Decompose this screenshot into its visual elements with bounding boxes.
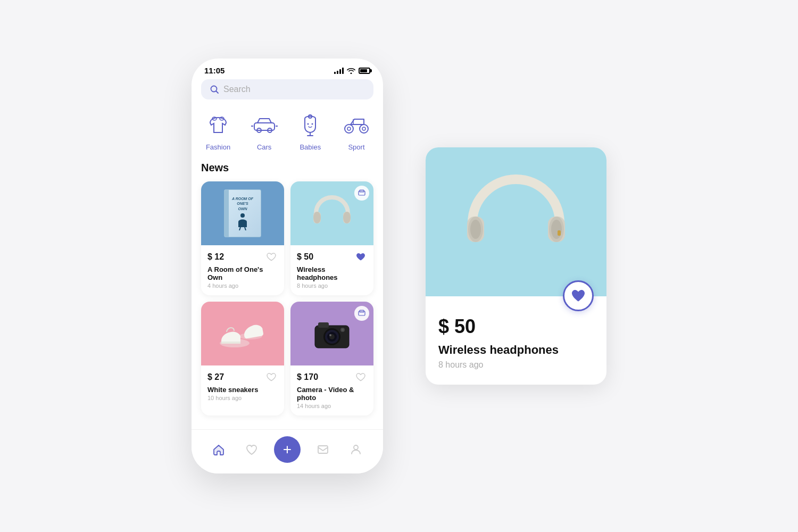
category-babies[interactable]: Babies: [295, 110, 325, 151]
heart-sneakers[interactable]: [265, 371, 278, 384]
categories: Fashion Cars: [201, 110, 373, 151]
svg-point-34: [329, 334, 331, 336]
name-book: A Room of One's Own: [207, 265, 278, 281]
bottom-nav: +: [192, 429, 383, 473]
status-time: 11:05: [204, 66, 225, 75]
signal-icon: [334, 68, 344, 74]
category-fashion[interactable]: Fashion: [203, 110, 233, 151]
product-info-sneakers: $ 27 White sneakers 10 hours ago: [201, 365, 284, 408]
add-icon: +: [283, 442, 292, 457]
heart-camera[interactable]: [354, 371, 367, 384]
sneakers-svg: [216, 314, 269, 354]
detail-price: $ 50: [438, 315, 594, 338]
price-row-headphones: $ 50: [297, 251, 367, 263]
fashion-icon: [203, 110, 233, 140]
cars-icon: [250, 110, 279, 140]
price-row-sneakers: $ 27: [207, 371, 278, 384]
detail-card: $ 50 Wireless headphones 8 hours ago: [426, 147, 606, 385]
detail-heart-button[interactable]: [563, 280, 594, 311]
svg-rect-29: [318, 322, 329, 328]
svg-point-43: [470, 220, 481, 239]
time-book: 4 hours ago: [207, 282, 278, 289]
product-card-sneakers[interactable]: $ 27 White sneakers 10 hours ago: [201, 302, 284, 415]
time-camera: 14 hours ago: [297, 403, 367, 409]
category-cars-label: Cars: [257, 143, 271, 151]
heart-headphones[interactable]: [354, 251, 367, 263]
price-row-camera: $ 170: [297, 371, 367, 384]
news-grid: A ROOM OFONE'SOWN $ 12: [201, 181, 373, 415]
name-sneakers: White sneakers: [207, 386, 278, 394]
product-image-camera: [290, 302, 373, 365]
product-card-headphones[interactable]: $ 50 Wireless headphones 8 hours ago: [290, 181, 373, 295]
category-cars[interactable]: Cars: [250, 110, 279, 151]
camera-badge: [354, 306, 369, 321]
price-row-book: $ 12: [207, 251, 278, 263]
price-book: $ 12: [207, 252, 224, 262]
svg-point-46: [551, 220, 562, 239]
svg-point-22: [343, 212, 351, 223]
status-icons: [334, 68, 370, 74]
price-sneakers: $ 27: [207, 372, 224, 382]
svg-point-15: [362, 127, 365, 130]
book-figure: [235, 211, 250, 230]
phone-frame: 11:05: [192, 59, 383, 473]
battery-icon: [359, 68, 370, 74]
book-cover: A ROOM OFONE'SOWN: [224, 189, 261, 237]
product-card-camera[interactable]: $ 170 Camera - Video & photo 14 hours ag…: [290, 302, 373, 415]
name-headphones: Wireless headphones: [297, 265, 367, 281]
category-babies-label: Babies: [300, 143, 321, 151]
section-title: News: [201, 162, 373, 174]
nav-favorites[interactable]: [241, 439, 262, 460]
nav-messages[interactable]: [312, 439, 334, 460]
status-bar: 11:05: [192, 59, 383, 79]
product-info-book: $ 12 A Room of One's Own 4 hours ago: [201, 245, 284, 295]
product-info-headphones: $ 50 Wireless headphones 8 hours ago: [290, 245, 373, 295]
svg-point-12: [345, 124, 353, 133]
nav-add[interactable]: +: [274, 436, 301, 463]
scene: 11:05: [192, 59, 606, 473]
svg-point-14: [347, 127, 351, 130]
svg-point-0: [211, 86, 217, 92]
search-bar[interactable]: Search: [201, 79, 373, 99]
svg-point-10: [307, 123, 309, 125]
search-placeholder: Search: [223, 85, 251, 94]
category-sport[interactable]: Sport: [342, 110, 371, 151]
category-fashion-label: Fashion: [206, 143, 230, 151]
sport-icon: [342, 110, 371, 140]
babies-icon: [295, 110, 325, 140]
price-camera: $ 170: [297, 372, 318, 382]
product-image-book: A ROOM OFONE'SOWN: [201, 181, 284, 245]
svg-point-21: [313, 212, 321, 223]
svg-point-11: [312, 123, 313, 125]
book-title: A ROOM OFONE'SOWN: [227, 196, 259, 211]
camera-svg: [311, 315, 353, 352]
category-sport-label: Sport: [348, 143, 364, 151]
time-sneakers: 10 hours ago: [207, 395, 278, 401]
price-headphones: $ 50: [297, 252, 313, 262]
nav-home[interactable]: [208, 439, 229, 460]
name-camera: Camera - Video & photo: [297, 386, 367, 402]
product-card-book[interactable]: A ROOM OFONE'SOWN $ 12: [201, 181, 284, 295]
product-image-sneakers: [201, 302, 284, 365]
detail-name: Wireless headphones: [438, 343, 594, 357]
search-icon: [210, 85, 219, 94]
product-info-camera: $ 170 Camera - Video & photo 14 hours ag…: [290, 365, 373, 415]
svg-rect-47: [558, 230, 561, 236]
detail-headphones-svg: [458, 163, 575, 280]
heart-book[interactable]: [265, 251, 278, 263]
headphones-badge: [354, 186, 369, 201]
svg-point-40: [354, 445, 358, 450]
detail-image-area: [426, 147, 606, 296]
svg-point-36: [342, 329, 344, 331]
headphones-svg: [308, 189, 356, 237]
svg-rect-39: [318, 446, 328, 453]
wifi-icon: [347, 68, 355, 74]
phone-content: Search Fashion: [192, 79, 383, 429]
svg-point-18: [240, 213, 245, 218]
nav-profile[interactable]: [345, 439, 367, 460]
detail-time: 8 hours ago: [438, 360, 594, 370]
product-image-headphones: [290, 181, 373, 245]
svg-point-13: [360, 124, 368, 133]
time-headphones: 8 hours ago: [297, 282, 367, 289]
